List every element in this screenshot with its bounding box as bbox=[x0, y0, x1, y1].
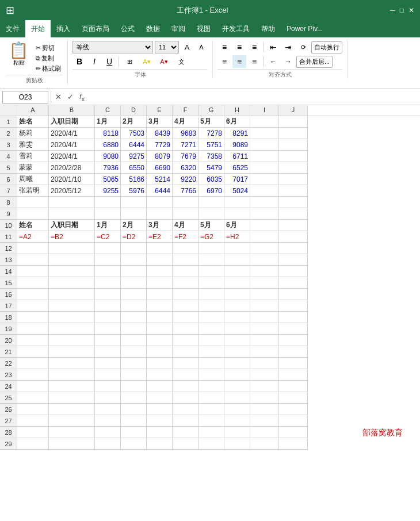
cell[interactable] bbox=[49, 323, 95, 335]
cell[interactable] bbox=[250, 438, 279, 450]
cell[interactable] bbox=[250, 404, 279, 415]
cell[interactable] bbox=[95, 346, 121, 358]
cell[interactable] bbox=[17, 300, 49, 312]
row-header[interactable]: 26 bbox=[0, 404, 17, 415]
cell[interactable] bbox=[173, 266, 198, 277]
cell[interactable]: 5166 bbox=[121, 174, 147, 185]
cell[interactable] bbox=[224, 358, 250, 369]
row-header[interactable]: 29 bbox=[0, 438, 17, 450]
cell[interactable] bbox=[17, 415, 49, 427]
cell[interactable] bbox=[279, 208, 308, 220]
cell[interactable]: 5976 bbox=[121, 185, 147, 197]
cell[interactable] bbox=[49, 427, 95, 438]
cjk-button[interactable]: 文 bbox=[173, 55, 189, 68]
cell[interactable] bbox=[250, 197, 279, 208]
row-header[interactable]: 24 bbox=[0, 381, 17, 392]
cell[interactable] bbox=[17, 335, 49, 346]
cell[interactable] bbox=[198, 197, 224, 208]
row-header[interactable]: 14 bbox=[0, 266, 17, 277]
cell[interactable] bbox=[279, 231, 308, 243]
cell[interactable] bbox=[250, 427, 279, 438]
cell[interactable] bbox=[224, 427, 250, 438]
cell[interactable]: 5065 bbox=[95, 174, 121, 185]
menu-item-layout[interactable]: 页面布局 bbox=[76, 20, 115, 37]
cancel-formula-icon[interactable]: ✕ bbox=[54, 93, 63, 101]
cell[interactable]: 1月 bbox=[95, 116, 121, 128]
cell[interactable]: 6035 bbox=[198, 174, 224, 185]
cell[interactable] bbox=[279, 116, 308, 128]
cell[interactable] bbox=[250, 266, 279, 277]
cell[interactable] bbox=[279, 404, 308, 415]
cell[interactable] bbox=[147, 197, 173, 208]
cell[interactable] bbox=[147, 392, 173, 404]
cell[interactable]: 7729 bbox=[147, 139, 173, 151]
cell[interactable] bbox=[224, 323, 250, 335]
cell[interactable] bbox=[17, 427, 49, 438]
cell[interactable] bbox=[121, 381, 147, 392]
cell[interactable]: 5214 bbox=[147, 174, 173, 185]
cell[interactable] bbox=[198, 335, 224, 346]
cell[interactable]: 3月 bbox=[147, 220, 173, 231]
cell[interactable] bbox=[279, 162, 308, 174]
cell[interactable] bbox=[279, 254, 308, 266]
menu-item-review[interactable]: 审阅 bbox=[166, 20, 191, 37]
cell[interactable]: 2月 bbox=[121, 220, 147, 231]
cell[interactable]: =H2 bbox=[224, 231, 250, 243]
cell[interactable] bbox=[198, 346, 224, 358]
cell[interactable] bbox=[224, 312, 250, 323]
row-header[interactable]: 5 bbox=[0, 162, 17, 174]
col-header-g[interactable]: G bbox=[198, 105, 224, 116]
increase-indent-button2[interactable]: → bbox=[281, 55, 295, 68]
row-header[interactable]: 10 bbox=[0, 220, 17, 231]
cell[interactable] bbox=[198, 427, 224, 438]
cell[interactable] bbox=[250, 243, 279, 254]
cell[interactable] bbox=[121, 300, 147, 312]
cell[interactable]: 周曦 bbox=[17, 174, 49, 185]
increase-font-button[interactable]: A bbox=[181, 41, 193, 53]
cell[interactable] bbox=[198, 358, 224, 369]
cell[interactable] bbox=[250, 335, 279, 346]
cell[interactable]: 6711 bbox=[224, 151, 250, 162]
cell[interactable] bbox=[147, 254, 173, 266]
cell[interactable] bbox=[224, 300, 250, 312]
cell[interactable] bbox=[121, 254, 147, 266]
cell[interactable] bbox=[279, 277, 308, 289]
cell[interactable]: 8079 bbox=[147, 151, 173, 162]
cell[interactable] bbox=[173, 197, 198, 208]
cell[interactable] bbox=[250, 312, 279, 323]
cell[interactable] bbox=[121, 346, 147, 358]
cell[interactable] bbox=[250, 323, 279, 335]
cell[interactable]: 5月 bbox=[198, 220, 224, 231]
col-header-b[interactable]: B bbox=[49, 105, 95, 116]
font-size-select[interactable]: 11 bbox=[155, 41, 179, 53]
cell[interactable] bbox=[173, 243, 198, 254]
cell[interactable] bbox=[279, 289, 308, 300]
cell[interactable] bbox=[121, 438, 147, 450]
cell[interactable] bbox=[49, 254, 95, 266]
cell[interactable] bbox=[95, 358, 121, 369]
cell[interactable]: =F2 bbox=[173, 231, 198, 243]
cell[interactable] bbox=[17, 438, 49, 450]
cell[interactable] bbox=[250, 254, 279, 266]
cell[interactable] bbox=[95, 438, 121, 450]
cell[interactable]: 9089 bbox=[224, 139, 250, 151]
row-header[interactable]: 3 bbox=[0, 139, 17, 151]
cell[interactable] bbox=[279, 415, 308, 427]
cell[interactable] bbox=[95, 323, 121, 335]
cell[interactable] bbox=[17, 289, 49, 300]
cell[interactable] bbox=[121, 369, 147, 381]
row-header[interactable]: 28 bbox=[0, 427, 17, 438]
cell[interactable] bbox=[95, 415, 121, 427]
cell[interactable] bbox=[95, 289, 121, 300]
cell[interactable] bbox=[49, 243, 95, 254]
cell[interactable] bbox=[147, 346, 173, 358]
align-bottom-button[interactable]: ≡ bbox=[247, 41, 261, 53]
cell[interactable] bbox=[173, 438, 198, 450]
cell[interactable]: 8439 bbox=[147, 128, 173, 139]
row-header[interactable]: 18 bbox=[0, 312, 17, 323]
cell[interactable] bbox=[147, 323, 173, 335]
cell[interactable] bbox=[279, 438, 308, 450]
cell[interactable] bbox=[147, 312, 173, 323]
cell[interactable]: 2020/4/1 bbox=[49, 128, 95, 139]
cell[interactable] bbox=[49, 392, 95, 404]
